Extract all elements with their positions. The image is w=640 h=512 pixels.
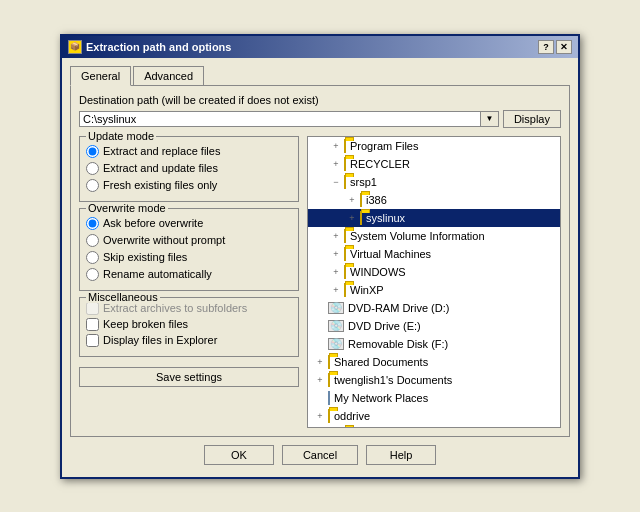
network-icon [328,392,332,404]
update-mode-group: Update mode Extract and replace files Ex… [79,136,299,202]
expand-icon[interactable]: + [328,138,344,154]
folder-icon [328,356,332,368]
folder-icon [344,158,348,170]
expand-icon[interactable]: + [312,354,328,370]
tree-item-label: twenglish1's Documents [334,374,452,386]
overwrite-option-0: Ask before overwrite [86,217,292,230]
update-label-1: Extract and update files [103,162,218,174]
dialog-body: General Advanced Destination path (will … [62,58,578,477]
overwrite-mode-group: Overwrite mode Ask before overwrite Over… [79,208,299,291]
tree-item[interactable]: +Chat Program [308,425,560,427]
display-button[interactable]: Display [503,110,561,128]
folder-icon [344,284,348,296]
expand-icon[interactable] [312,336,328,352]
tree-item[interactable]: +Program Files [308,137,560,155]
overwrite-label-1: Overwrite without prompt [103,234,225,246]
tree-item[interactable]: +syslinux [308,209,560,227]
overwrite-option-1: Overwrite without prompt [86,234,292,247]
expand-icon[interactable]: − [328,174,344,190]
misc-option-0: Extract archives to subfolders [86,302,292,315]
tree-item-label: oddrive [334,410,370,422]
destination-input[interactable] [80,112,480,126]
tab-advanced[interactable]: Advanced [133,66,204,86]
bottom-buttons: OK Cancel Help [70,437,570,469]
update-radio-0[interactable] [86,145,99,158]
destination-label: Destination path (will be created if doe… [79,94,561,106]
ok-button[interactable]: OK [204,445,274,465]
tab-content-general: Destination path (will be created if doe… [70,85,570,437]
update-radio-2[interactable] [86,179,99,192]
destination-input-wrap: ▼ [79,111,499,127]
title-bar-left: 📦 Extraction path and options [68,40,231,54]
tree-item[interactable]: +System Volume Information [308,227,560,245]
save-settings-button[interactable]: Save settings [79,367,299,387]
misc-check-0 [86,302,99,315]
tree-item-label: Program Files [350,140,418,152]
cancel-button[interactable]: Cancel [282,445,358,465]
tree-item[interactable]: +RECYCLER [308,155,560,173]
update-mode-label: Update mode [86,130,156,142]
folder-icon [344,266,348,278]
destination-dropdown-button[interactable]: ▼ [480,112,498,126]
tree-item[interactable]: My Network Places [308,389,560,407]
misc-check-2[interactable] [86,334,99,347]
left-column: Update mode Extract and replace files Ex… [79,136,299,428]
expand-icon[interactable]: + [328,282,344,298]
dialog-title: Extraction path and options [86,41,231,53]
tree-item[interactable]: +i386 [308,191,560,209]
tree-item[interactable]: +Shared Documents [308,353,560,371]
tab-strip: General Advanced [70,66,570,86]
update-radio-1[interactable] [86,162,99,175]
update-option-2: Fresh existing files only [86,179,292,192]
title-buttons: ? ✕ [538,40,572,54]
tree-item[interactable]: +WINDOWS [308,263,560,281]
expand-icon[interactable] [312,390,328,406]
expand-icon[interactable]: + [328,246,344,262]
tree-item[interactable]: +twenglish1's Documents [308,371,560,389]
expand-icon[interactable]: + [344,210,360,226]
tree-item-label: Removable Disk (F:) [348,338,448,350]
misc-label-0: Extract archives to subfolders [103,302,247,314]
tree-item-label: WinXP [350,284,384,296]
tree-item[interactable]: +Virtual Machines [308,245,560,263]
expand-icon[interactable] [312,318,328,334]
tree-item[interactable]: +WinXP [308,281,560,299]
update-label-0: Extract and replace files [103,145,220,157]
expand-icon[interactable]: + [328,264,344,280]
expand-icon[interactable]: + [312,372,328,388]
expand-icon[interactable]: + [328,156,344,172]
expand-icon[interactable]: + [328,426,344,427]
expand-icon[interactable]: + [344,192,360,208]
overwrite-radio-2[interactable] [86,251,99,264]
help-button[interactable]: Help [366,445,436,465]
tree-item[interactable]: −srsp1 [308,173,560,191]
tree-item[interactable]: 💿Removable Disk (F:) [308,335,560,353]
overwrite-radio-0[interactable] [86,217,99,230]
overwrite-radio-3[interactable] [86,268,99,281]
expand-icon[interactable] [312,300,328,316]
tree-item-label: srsp1 [350,176,377,188]
tree-scroll-area[interactable]: +Program Files+RECYCLER−srsp1+i386+sysli… [308,137,560,427]
misc-check-1[interactable] [86,318,99,331]
tree-item[interactable]: 💿DVD-RAM Drive (D:) [308,299,560,317]
close-title-button[interactable]: ✕ [556,40,572,54]
tree-item-label: syslinux [366,212,405,224]
miscellaneous-group: Miscellaneous Extract archives to subfol… [79,297,299,357]
help-title-button[interactable]: ? [538,40,554,54]
expand-icon[interactable]: + [328,228,344,244]
destination-row: ▼ Display [79,110,561,128]
drive-icon: 💿 [328,320,346,332]
overwrite-radio-1[interactable] [86,234,99,247]
misc-label-2: Display files in Explorer [103,334,217,346]
overwrite-option-2: Skip existing files [86,251,292,264]
folder-icon [328,410,332,422]
expand-icon[interactable]: + [312,408,328,424]
main-dialog: 📦 Extraction path and options ? ✕ Genera… [60,34,580,479]
tab-general[interactable]: General [70,66,131,86]
tree-item-label: RECYCLER [350,158,410,170]
tree-item[interactable]: 💿DVD Drive (E:) [308,317,560,335]
tree-item[interactable]: +oddrive [308,407,560,425]
tree-item-label: Virtual Machines [350,248,431,260]
folder-icon [360,194,364,206]
tree-item-label: DVD Drive (E:) [348,320,421,332]
